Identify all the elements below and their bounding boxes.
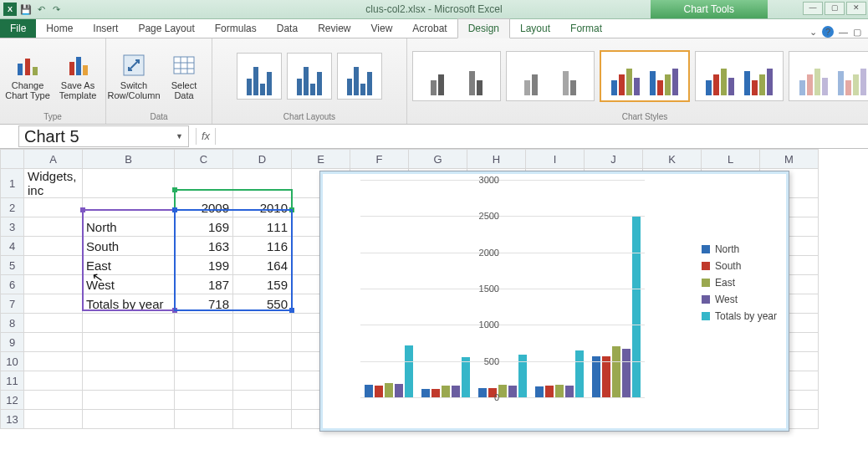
column-header[interactable]: G — [409, 150, 467, 169]
column-header[interactable]: I — [526, 150, 585, 169]
cell[interactable]: South — [83, 237, 175, 256]
name-box[interactable]: Chart 5 ▼ — [18, 125, 189, 147]
column-header[interactable]: B — [83, 150, 175, 169]
minimize-button[interactable]: — — [803, 2, 823, 15]
cell[interactable] — [24, 352, 83, 371]
cell[interactable] — [233, 371, 292, 391]
tab-format[interactable]: Format — [560, 19, 612, 38]
column-header[interactable]: H — [467, 150, 526, 169]
cell[interactable] — [83, 198, 175, 217]
cell[interactable] — [24, 371, 83, 391]
window-restore-icon[interactable]: ▢ — [853, 27, 861, 38]
save-as-template-button[interactable]: Save As Template — [55, 52, 100, 100]
column-header[interactable]: M — [760, 150, 819, 169]
window-minimize-icon[interactable]: — — [839, 27, 848, 37]
column-header[interactable]: F — [350, 150, 409, 169]
row-header[interactable]: 13 — [1, 410, 24, 429]
cell[interactable] — [24, 217, 83, 237]
cell[interactable] — [83, 314, 175, 333]
cell[interactable]: West — [83, 275, 175, 294]
cell[interactable] — [233, 314, 292, 333]
row-header[interactable]: 10 — [1, 352, 24, 371]
row-header[interactable]: 1 — [1, 169, 24, 198]
cell[interactable] — [83, 391, 175, 410]
row-header[interactable]: 5 — [1, 256, 24, 275]
column-header[interactable]: L — [702, 150, 760, 169]
tab-page-layout[interactable]: Page Layout — [128, 19, 204, 38]
chart-style-option[interactable] — [695, 51, 784, 101]
chart-style-option[interactable] — [789, 51, 868, 101]
chart-layout-option[interactable] — [337, 53, 382, 100]
cell[interactable]: 163 — [175, 237, 233, 256]
chart-layout-option[interactable] — [287, 53, 332, 100]
cell[interactable]: 187 — [175, 275, 233, 294]
row-header[interactable]: 2 — [1, 198, 24, 217]
help-icon[interactable]: ? — [822, 26, 834, 38]
cell[interactable] — [175, 391, 233, 410]
cell[interactable] — [233, 352, 292, 371]
cell[interactable]: 718 — [175, 294, 233, 314]
row-header[interactable]: 9 — [1, 333, 24, 352]
cell[interactable] — [24, 333, 83, 352]
cell[interactable]: East — [83, 256, 175, 275]
cell[interactable] — [24, 410, 83, 429]
column-header[interactable]: A — [24, 150, 83, 169]
cell[interactable]: 2009 — [175, 198, 233, 217]
column-header[interactable]: K — [643, 150, 702, 169]
close-button[interactable]: ✕ — [846, 2, 866, 15]
row-header[interactable]: 12 — [1, 391, 24, 410]
cell[interactable] — [175, 169, 233, 198]
cell[interactable] — [175, 333, 233, 352]
row-header[interactable]: 4 — [1, 237, 24, 256]
cell[interactable]: 199 — [175, 256, 233, 275]
row-header[interactable]: 8 — [1, 314, 24, 333]
cell[interactable]: Totals by year — [83, 294, 175, 314]
row-header[interactable]: 6 — [1, 275, 24, 294]
tab-insert[interactable]: Insert — [83, 19, 128, 38]
cell[interactable] — [24, 198, 83, 217]
cell[interactable]: 111 — [233, 217, 292, 237]
undo-icon[interactable]: ↶ — [35, 3, 47, 15]
chart-style-option[interactable] — [506, 51, 595, 101]
cell[interactable] — [24, 391, 83, 410]
cell[interactable]: 550 — [233, 294, 292, 314]
embedded-chart[interactable]: NorthSouthEastWestTotals by year 0500100… — [319, 171, 789, 432]
cell[interactable]: 2010 — [233, 198, 292, 217]
tab-layout[interactable]: Layout — [510, 19, 560, 38]
cell[interactable] — [175, 371, 233, 391]
chart-style-option[interactable] — [600, 50, 690, 102]
cell[interactable] — [233, 410, 292, 429]
worksheet-area[interactable]: ABCDEFGHIJKLM1Widgets, inc2200920103Nort… — [0, 149, 868, 450]
redo-icon[interactable]: ↷ — [50, 3, 62, 15]
cell[interactable]: 159 — [233, 275, 292, 294]
tab-home[interactable]: Home — [36, 19, 83, 38]
cell[interactable] — [24, 256, 83, 275]
tab-view[interactable]: View — [361, 19, 403, 38]
change-chart-type-button[interactable]: Change Chart Type — [5, 52, 50, 100]
cell[interactable] — [83, 410, 175, 429]
chart-layout-option[interactable] — [237, 53, 282, 100]
formula-input[interactable] — [216, 128, 868, 145]
cell[interactable]: Widgets, inc — [24, 169, 83, 198]
cell[interactable]: North — [83, 217, 175, 237]
cell[interactable] — [233, 333, 292, 352]
column-header[interactable]: C — [175, 150, 233, 169]
tab-review[interactable]: Review — [308, 19, 360, 38]
select-all-corner[interactable] — [1, 150, 24, 169]
fx-icon[interactable]: fx — [196, 128, 216, 145]
maximize-button[interactable]: ▢ — [825, 2, 845, 15]
tab-design[interactable]: Design — [457, 18, 510, 38]
tab-data[interactable]: Data — [267, 19, 308, 38]
tab-formulas[interactable]: Formulas — [205, 19, 267, 38]
cell[interactable] — [175, 410, 233, 429]
row-header[interactable]: 3 — [1, 217, 24, 237]
cell[interactable] — [233, 391, 292, 410]
column-header[interactable]: J — [585, 150, 643, 169]
cell[interactable] — [83, 333, 175, 352]
cell[interactable] — [24, 237, 83, 256]
cell[interactable]: 164 — [233, 256, 292, 275]
tab-file[interactable]: File — [0, 19, 36, 38]
cell[interactable] — [233, 169, 292, 198]
row-header[interactable]: 7 — [1, 294, 24, 314]
switch-row-column-button[interactable]: Switch Row/Column — [111, 52, 156, 100]
